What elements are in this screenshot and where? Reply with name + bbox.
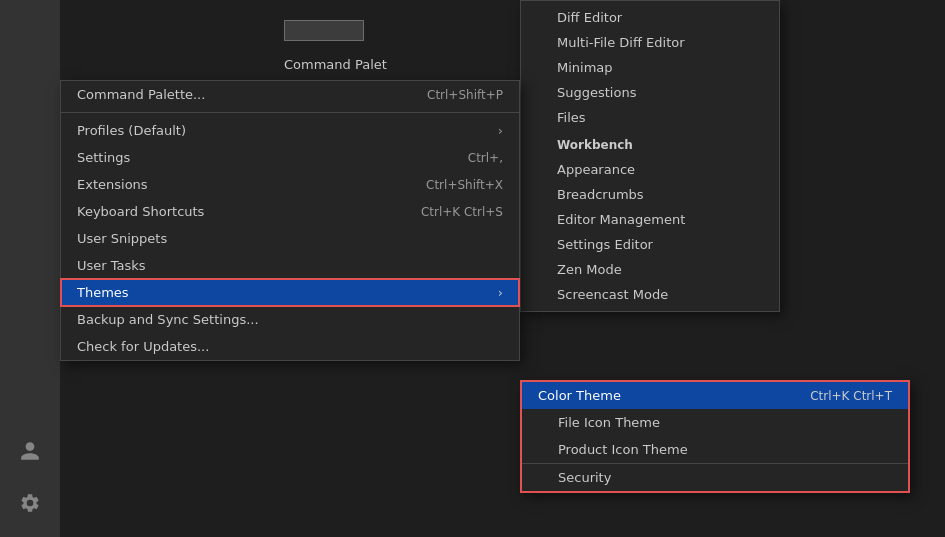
cat-multi-file-diff-editor[interactable]: Multi-File Diff Editor xyxy=(521,30,779,55)
themes-submenu: Color Theme Ctrl+K Ctrl+T File Icon Them… xyxy=(520,380,910,493)
settings-gear-icon[interactable] xyxy=(12,485,48,521)
menu-item-extensions[interactable]: Extensions Ctrl+Shift+X xyxy=(61,171,519,198)
menu-divider-1 xyxy=(61,112,519,113)
color-theme-shortcut: Ctrl+K Ctrl+T xyxy=(810,389,892,403)
cat-diff-editor[interactable]: Diff Editor xyxy=(521,5,779,30)
cat-settings-editor[interactable]: Settings Editor xyxy=(521,232,779,257)
cat-screencast-mode[interactable]: Screencast Mode xyxy=(521,282,779,307)
menu-item-check-updates[interactable]: Check for Updates... xyxy=(61,333,519,360)
menu-item-backup-sync[interactable]: Backup and Sync Settings... xyxy=(61,306,519,333)
cat-minimap[interactable]: Minimap xyxy=(521,55,779,80)
cat-breadcrumbs[interactable]: Breadcrumbs xyxy=(521,182,779,207)
menu-item-keyboard-shortcuts[interactable]: Keyboard Shortcuts Ctrl+K Ctrl+S xyxy=(61,198,519,225)
themes-color-theme[interactable]: Color Theme Ctrl+K Ctrl+T xyxy=(522,382,908,409)
cat-files[interactable]: Files xyxy=(521,105,779,130)
cat-appearance[interactable]: Appearance xyxy=(521,157,779,182)
cat-editor-management[interactable]: Editor Management xyxy=(521,207,779,232)
categories-submenu: Diff Editor Multi-File Diff Editor Minim… xyxy=(520,0,780,312)
cat-security[interactable]: Security xyxy=(522,463,908,491)
menu-item-user-snippets[interactable]: User Snippets xyxy=(61,225,519,252)
menu-item-command-palette[interactable]: Command Palette... Ctrl+Shift+P xyxy=(61,81,519,108)
cat-zen-mode[interactable]: Zen Mode xyxy=(521,257,779,282)
themes-file-icon-theme[interactable]: File Icon Theme xyxy=(522,409,908,436)
menu-item-profiles[interactable]: Profiles (Default) › xyxy=(61,117,519,144)
activity-bar xyxy=(0,0,60,537)
menu-item-settings[interactable]: Settings Ctrl+, xyxy=(61,144,519,171)
cat-workbench-header: Workbench xyxy=(521,130,779,157)
main-menu-dropdown: Command Palette... Ctrl+Shift+P Profiles… xyxy=(60,80,520,361)
menu-item-user-tasks[interactable]: User Tasks xyxy=(61,252,519,279)
account-icon[interactable] xyxy=(12,433,48,469)
menu-item-themes[interactable]: Themes › xyxy=(61,279,519,306)
settings-input-value[interactable]: 50 xyxy=(284,20,364,41)
themes-product-icon-theme[interactable]: Product Icon Theme xyxy=(522,436,908,463)
cat-suggestions[interactable]: Suggestions xyxy=(521,80,779,105)
